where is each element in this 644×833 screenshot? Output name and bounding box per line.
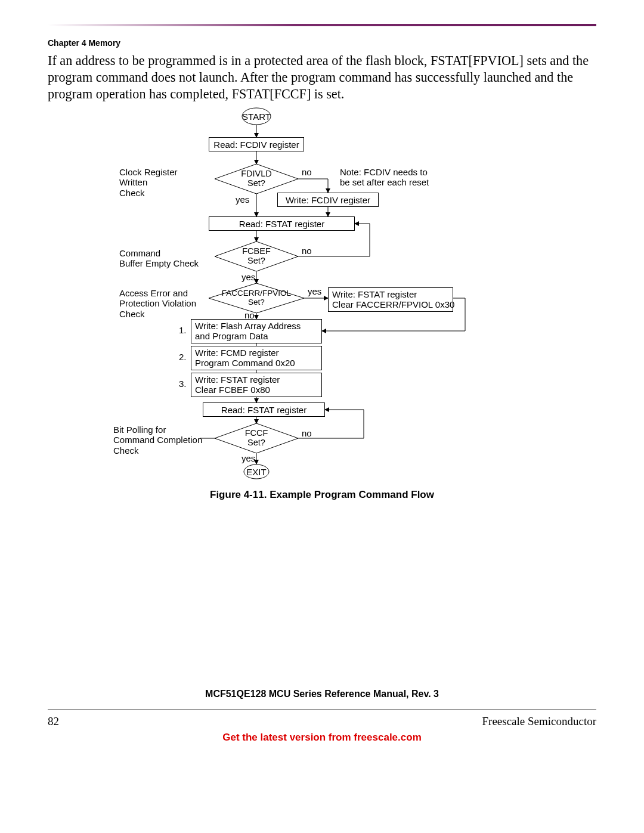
label-yes-3: yes bbox=[308, 286, 321, 296]
label-yes-1: yes bbox=[236, 194, 249, 205]
label-clock-register-check: Clock Register Written Check bbox=[119, 167, 178, 198]
label-access-check: Access Error and Protection Violation Ch… bbox=[119, 288, 196, 319]
label-no-2: no bbox=[302, 246, 312, 256]
exit-terminator: EXIT bbox=[243, 464, 270, 479]
step-number-1: 1. bbox=[179, 325, 187, 335]
start-terminator: START bbox=[242, 107, 271, 125]
decision-fccf-text: FCCF Set? bbox=[215, 423, 298, 453]
proc-read-fstat-2: Read: FSTAT register bbox=[203, 402, 325, 417]
proc-read-fstat-1: Read: FSTAT register bbox=[209, 216, 355, 231]
body-paragraph: If an address to be programmed is in a p… bbox=[48, 52, 596, 103]
label-bit-polling: Bit Polling for Command Completion Check bbox=[113, 425, 202, 456]
page: Chapter 4 Memory If an address to be pro… bbox=[0, 0, 644, 833]
label-cmd-buffer-check: Command Buffer Empty Check bbox=[119, 248, 199, 269]
step-number-3: 3. bbox=[179, 379, 187, 389]
footer-manual-title: MCF51QE128 MCU Series Reference Manual, … bbox=[0, 689, 644, 699]
decision-fcbef: FCBEF Set? bbox=[215, 241, 298, 271]
proc-step-1: Write: Flash Array Address and Program D… bbox=[191, 319, 322, 343]
decision-fdivld: FDIVLD Set? bbox=[215, 164, 298, 194]
label-yes-2: yes bbox=[242, 272, 255, 282]
proc-write-fcdiv: Write: FCDIV register bbox=[277, 193, 379, 207]
footer-rule bbox=[48, 710, 596, 710]
proc-read-fcdiv: Read: FCDIV register bbox=[209, 137, 304, 151]
step-number-2: 2. bbox=[179, 352, 187, 362]
header-rule bbox=[48, 24, 596, 26]
footer-company: Freescale Semiconductor bbox=[482, 715, 596, 728]
decision-fdivld-text: FDIVLD Set? bbox=[215, 164, 298, 194]
start-label: START bbox=[242, 112, 271, 122]
page-number: 82 bbox=[48, 715, 59, 728]
label-note-fcdiv: Note: FCDIV needs to be set after each r… bbox=[340, 167, 429, 188]
decision-fccf: FCCF Set? bbox=[215, 423, 298, 453]
proc-step-2: Write: FCMD register Program Command 0x2… bbox=[191, 346, 322, 370]
label-yes-4: yes bbox=[242, 453, 255, 463]
figure-caption: Figure 4-11. Example Program Command Flo… bbox=[0, 489, 644, 501]
figure: START Read: FCDIV register Clock Registe… bbox=[0, 107, 644, 489]
exit-label: EXIT bbox=[246, 467, 266, 477]
label-no-4: no bbox=[302, 428, 312, 438]
label-no-1: no bbox=[302, 167, 312, 177]
proc-step-3: Write: FSTAT register Clear FCBEF 0x80 bbox=[191, 373, 322, 397]
chapter-header: Chapter 4 Memory bbox=[48, 38, 120, 48]
decision-faccerr: FACCERR/FPVIOL Set? bbox=[209, 283, 304, 313]
decision-fcbef-text: FCBEF Set? bbox=[215, 241, 298, 271]
flowchart: START Read: FCDIV register Clock Registe… bbox=[113, 107, 531, 489]
footer-link: Get the latest version from freescale.co… bbox=[0, 732, 644, 744]
proc-write-fstat-clear: Write: FSTAT register Clear FACCERR/FPVI… bbox=[328, 287, 453, 312]
decision-faccerr-text: FACCERR/FPVIOL Set? bbox=[209, 283, 304, 313]
